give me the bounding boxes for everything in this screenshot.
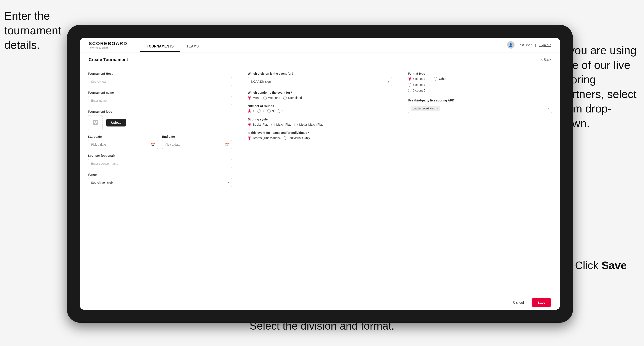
page-title: Create Tournament [89, 57, 128, 62]
annotation-click-save: Click Save [575, 259, 627, 273]
live-scoring-group: Use third-party live scoring API? Leader… [408, 99, 552, 113]
rounds-4-radio[interactable] [277, 109, 280, 113]
start-date-field: Start date 📅 [88, 135, 158, 149]
save-button[interactable]: Save [532, 298, 551, 307]
scoring-match[interactable]: Match Play [271, 123, 291, 126]
scoring-stroke[interactable]: Stroke Play [248, 123, 268, 126]
gender-mens[interactable]: Mens [248, 96, 260, 100]
tab-teams[interactable]: TEAMS [180, 38, 205, 52]
gender-mens-label: Mens [253, 96, 260, 100]
page-content: Create Tournament < Back Tournament Host… [80, 52, 560, 310]
rounds-4[interactable]: 4 [277, 109, 284, 113]
scoring-radio-group: Stroke Play Match Play Medal Match Play [248, 123, 392, 126]
host-input[interactable] [88, 77, 232, 86]
format-other[interactable]: Other [434, 77, 446, 81]
rounds-group: Number of rounds 1 2 [248, 104, 392, 113]
venue-label: Venue [88, 173, 232, 176]
tablet-screen: SCOREBOARD Powered by clippit TOURNAMENT… [80, 38, 560, 310]
scoring-medal[interactable]: Medal Match Play [294, 123, 323, 126]
brand: SCOREBOARD Powered by clippit [89, 41, 127, 49]
live-scoring-tag: Leaderboard King × [411, 106, 440, 111]
end-date-input[interactable] [162, 140, 232, 149]
end-date-field: End date 📅 [162, 135, 232, 149]
upload-button[interactable]: Upload [106, 119, 126, 127]
scoring-match-radio[interactable] [271, 123, 275, 126]
format-type-group: Format type 5 count 4 Other [408, 72, 552, 92]
user-avatar: 👤 [507, 41, 514, 49]
venue-select[interactable]: Search golf club [88, 178, 232, 187]
format-other-radio[interactable] [434, 77, 437, 81]
gender-womens-label: Womens [268, 96, 280, 100]
end-date-label: End date [162, 135, 232, 138]
name-label: Tournament name [88, 91, 232, 94]
gender-mens-radio[interactable] [248, 96, 251, 100]
division-group: Which division is the event for? NCAA Di… [248, 72, 392, 86]
format-6count5-radio[interactable] [408, 89, 412, 92]
host-group: Tournament Host [88, 72, 232, 86]
logo-upload-area: 🖼 Upload [88, 115, 232, 130]
gender-womens[interactable]: Womens [263, 96, 280, 100]
teams-label: Is this event for Teams and/or Individua… [248, 131, 392, 135]
page-header: Create Tournament < Back [80, 52, 560, 66]
gender-womens-radio[interactable] [263, 96, 267, 100]
scoring-medal-radio[interactable] [294, 123, 298, 126]
rounds-2[interactable]: 2 [258, 109, 264, 113]
host-label: Tournament Host [88, 72, 232, 75]
gender-combined-radio[interactable] [283, 96, 287, 100]
navbar-right: 👤 Test User | Sign out [507, 41, 551, 49]
form-columns: Tournament Host Tournament name Tourname… [80, 66, 560, 295]
rounds-1-radio[interactable] [248, 109, 251, 113]
gender-label: Which gender is the event for? [248, 91, 392, 94]
back-link[interactable]: < Back [541, 58, 551, 62]
live-scoring-tag-text: Leaderboard King [413, 107, 435, 110]
rounds-3-radio[interactable] [267, 109, 271, 113]
format-5count4-radio[interactable] [408, 77, 412, 81]
venue-group: Venue Search golf club ▾ [88, 173, 232, 187]
rounds-1[interactable]: 1 [248, 109, 254, 113]
rounds-label: Number of rounds [248, 104, 392, 108]
scoring-group: Scoring system Stroke Play Match Play [248, 118, 392, 126]
tablet-frame: SCOREBOARD Powered by clippit TOURNAMENT… [67, 25, 573, 323]
rounds-3[interactable]: 3 [267, 109, 274, 113]
form-col-3: Format type 5 count 4 Other [400, 66, 560, 295]
tab-tournaments[interactable]: TOURNAMENTS [140, 38, 180, 52]
teams-group: Is this event for Teams and/or Individua… [248, 131, 392, 140]
sponsor-input[interactable] [88, 159, 232, 168]
venue-select-wrapper: Search golf club ▾ [88, 178, 232, 187]
start-date-label: Start date [88, 135, 158, 138]
format-row-1: 5 count 4 Other [408, 77, 552, 81]
form-col-2: Which division is the event for? NCAA Di… [240, 66, 400, 295]
form-body: Tournament Host Tournament name Tourname… [80, 66, 560, 310]
teams-teams-radio[interactable] [248, 136, 251, 140]
live-scoring-tag-remove[interactable]: × [436, 106, 438, 110]
format-6count4-radio[interactable] [408, 83, 412, 87]
sponsor-label: Sponsor (optional) [88, 154, 232, 157]
gender-combined[interactable]: Combined [283, 96, 302, 100]
sign-out-link[interactable]: Sign out [539, 43, 551, 47]
form-col-1: Tournament Host Tournament name Tourname… [80, 66, 240, 295]
teams-individuals-radio[interactable] [284, 136, 287, 140]
start-date-wrapper: 📅 [88, 140, 158, 149]
gender-radio-group: Mens Womens Combined [248, 96, 392, 100]
start-date-input[interactable] [88, 140, 158, 149]
logo-label: Tournament logo [88, 110, 232, 113]
rounds-2-radio[interactable] [258, 109, 261, 113]
live-scoring-dropdown-arrow: ▾ [547, 107, 549, 110]
teams-individuals[interactable]: Individuals Only [284, 136, 310, 140]
name-input[interactable] [88, 96, 232, 105]
teams-teams[interactable]: Teams (+Individuals) [248, 136, 280, 140]
live-scoring-input[interactable]: Leaderboard King × ▾ [408, 104, 552, 113]
division-label: Which division is the event for? [248, 72, 392, 75]
brand-name: SCOREBOARD [89, 41, 127, 46]
gender-group: Which gender is the event for? Mens Wome… [248, 91, 392, 100]
division-select[interactable]: NCAA Division I [248, 77, 392, 86]
format-6count4[interactable]: 6 count 4 [408, 83, 552, 87]
scoring-stroke-radio[interactable] [248, 123, 251, 126]
form-footer: Cancel Save [80, 295, 560, 310]
dates-group: Start date 📅 End date [88, 135, 232, 149]
format-5count4[interactable]: 5 count 4 [408, 77, 426, 81]
cancel-button[interactable]: Cancel [509, 299, 528, 307]
format-6count5[interactable]: 6 count 5 [408, 89, 552, 92]
logo-placeholder: 🖼 [88, 115, 103, 130]
teams-radio-group: Teams (+Individuals) Individuals Only [248, 136, 392, 140]
